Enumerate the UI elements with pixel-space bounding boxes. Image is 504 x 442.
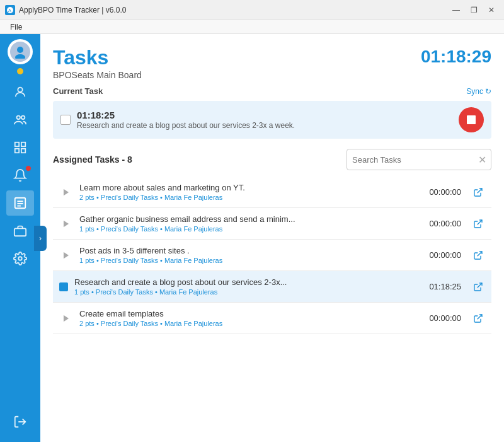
svg-point-5 <box>17 116 21 120</box>
task-list: Learn more about sales and marketing on … <box>53 177 491 442</box>
svg-line-22 <box>478 220 482 224</box>
task-time: 00:00:00 <box>417 219 461 228</box>
task-name: Learn more about sales and marketing on … <box>79 183 411 192</box>
page-title: Tasks <box>53 47 142 69</box>
chevron-right-icon: › <box>39 234 42 243</box>
title-bar: A ApplyBPO Time Tracker | v6.0.0 — ❐ ✕ <box>0 0 504 20</box>
search-clear-button[interactable]: ✕ <box>473 151 491 168</box>
sidebar-collapse-button[interactable]: › <box>34 226 47 251</box>
task-info: Research and create a blog post about ou… <box>74 277 411 296</box>
svg-text:A: A <box>8 8 11 13</box>
play-button[interactable] <box>59 311 73 325</box>
play-button[interactable] <box>59 217 73 231</box>
minimize-button[interactable]: — <box>449 4 464 16</box>
svg-rect-8 <box>21 142 25 146</box>
notification-badge <box>25 165 32 172</box>
avatar[interactable] <box>8 39 33 64</box>
svg-rect-15 <box>14 228 26 236</box>
sync-icon: ↻ <box>485 87 491 96</box>
task-row: Post ads in 3-5 different sites . 1 pts … <box>53 240 491 271</box>
task-meta: 1 pts • Preci's Daily Tasks • Maria Fe P… <box>79 257 411 264</box>
svg-point-17 <box>18 257 22 260</box>
task-info: Create email templates 2 pts • Preci's D… <box>79 309 411 327</box>
task-time: 00:00:00 <box>417 250 461 260</box>
sidebar-item-logout[interactable] <box>6 409 34 434</box>
sidebar-item-grid[interactable] <box>6 135 34 160</box>
current-task-description: Research and create a blog post about ou… <box>77 121 452 130</box>
app-body: › Tasks BPOSeats Main Board 01:18:29 Cur… <box>0 34 504 442</box>
task-time: 01:18:25 <box>417 282 461 291</box>
task-name: Research and create a blog post about ou… <box>74 277 411 287</box>
sidebar-item-group[interactable] <box>6 107 34 132</box>
svg-line-25 <box>478 283 482 288</box>
task-meta: 2 pts • Preci's Daily Tasks • Maria Fe P… <box>79 320 411 327</box>
close-button[interactable]: ✕ <box>484 4 499 16</box>
task-row: Research and create a blog post about ou… <box>53 271 491 303</box>
play-button[interactable] <box>59 185 73 199</box>
menu-file[interactable]: File <box>5 21 27 33</box>
task-open-button[interactable] <box>471 185 485 199</box>
task-open-button[interactable] <box>471 280 485 294</box>
sidebar-item-briefcase[interactable] <box>6 218 34 243</box>
sidebar-item-notifications[interactable] <box>6 163 34 188</box>
search-box: ✕ <box>346 149 491 170</box>
global-timer: 01:18:29 <box>421 47 491 67</box>
task-info: Gather organic business email address an… <box>79 214 411 233</box>
task-info: Post ads in 3-5 different sites . 1 pts … <box>79 246 411 264</box>
task-name: Create email templates <box>79 309 411 318</box>
title-bar-controls: — ❐ ✕ <box>449 4 499 16</box>
current-task-checkbox[interactable] <box>60 115 71 125</box>
search-input[interactable] <box>347 155 473 165</box>
title-bar-left: A ApplyBPO Time Tracker | v6.0.0 <box>5 5 127 15</box>
sidebar-item-settings[interactable] <box>6 246 34 271</box>
stop-button[interactable] <box>459 107 484 132</box>
main-content: Tasks BPOSeats Main Board 01:18:29 Curre… <box>40 34 504 442</box>
app-icon: A <box>5 5 15 15</box>
svg-rect-9 <box>15 149 19 153</box>
svg-rect-10 <box>21 149 25 153</box>
task-active-checkbox[interactable] <box>59 282 68 291</box>
sidebar-item-user[interactable] <box>6 79 34 105</box>
svg-rect-7 <box>15 142 19 146</box>
task-time: 00:00:00 <box>417 187 461 197</box>
current-task-info: 01:18:25 Research and create a blog post… <box>77 110 452 130</box>
sidebar-nav <box>6 79 34 409</box>
maximize-button[interactable]: ❐ <box>466 4 481 16</box>
task-meta: 1 pts • Preci's Daily Tasks • Maria Fe P… <box>74 288 411 296</box>
svg-point-4 <box>18 88 22 92</box>
stop-icon <box>467 115 476 124</box>
page-subtitle: BPOSeats Main Board <box>53 70 142 80</box>
svg-marker-23 <box>64 252 69 259</box>
current-task-section: Current Task Sync ↻ <box>53 86 491 96</box>
avatar-icon <box>10 42 30 62</box>
play-button[interactable] <box>59 248 73 262</box>
task-open-button[interactable] <box>471 217 485 231</box>
svg-point-2 <box>17 47 23 53</box>
task-time: 00:00:00 <box>417 313 461 323</box>
title-bar-text: ApplyBPO Time Tracker | v6.0.0 <box>19 6 127 15</box>
sidebar: › <box>0 34 40 442</box>
current-task-time: 01:18:25 <box>77 110 452 120</box>
svg-marker-21 <box>64 220 69 227</box>
svg-point-6 <box>21 116 25 120</box>
svg-line-27 <box>478 315 482 319</box>
task-name: Post ads in 3-5 different sites . <box>79 246 411 255</box>
task-meta: 2 pts • Preci's Daily Tasks • Maria Fe P… <box>79 194 411 201</box>
sync-label: Sync <box>466 87 483 96</box>
assigned-tasks-header: Assigned Tasks - 8 ✕ <box>53 149 491 170</box>
svg-marker-19 <box>64 189 69 195</box>
task-meta: 1 pts • Preci's Daily Tasks • Maria Fe P… <box>79 225 411 233</box>
svg-point-3 <box>15 54 25 59</box>
task-info: Learn more about sales and marketing on … <box>79 183 411 201</box>
current-task-card: 01:18:25 Research and create a blog post… <box>53 101 491 139</box>
status-dot <box>17 68 23 74</box>
task-open-button[interactable] <box>471 311 485 325</box>
sync-button[interactable]: Sync ↻ <box>466 87 491 96</box>
title-block: Tasks BPOSeats Main Board <box>53 47 142 80</box>
task-row: Create email templates 2 pts • Preci's D… <box>53 303 491 334</box>
task-row: Learn more about sales and marketing on … <box>53 177 491 208</box>
task-open-button[interactable] <box>471 248 485 262</box>
svg-line-20 <box>478 189 482 193</box>
current-task-label: Current Task <box>53 86 103 96</box>
sidebar-item-tasks[interactable] <box>6 190 34 216</box>
